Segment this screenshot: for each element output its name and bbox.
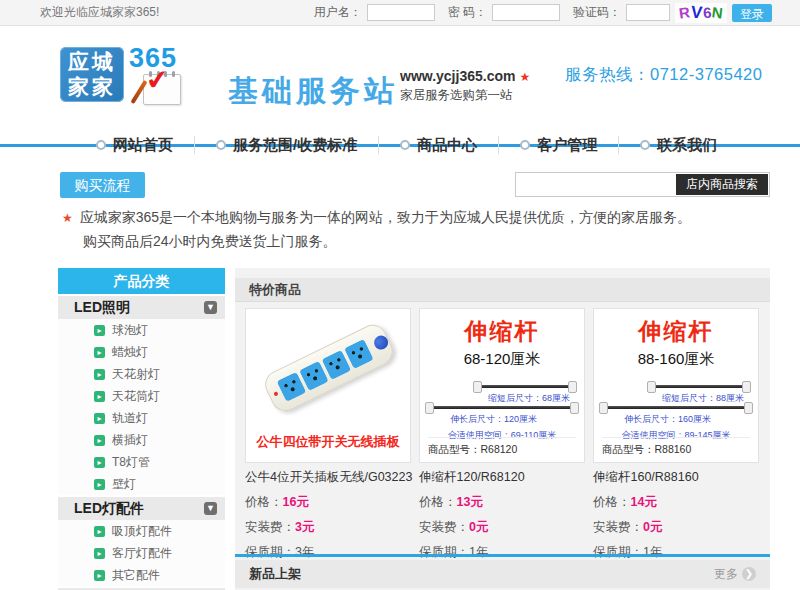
rod-short-image	[480, 385, 570, 388]
search-box: 店内商品搜索	[515, 172, 770, 197]
star-icon: ★	[519, 70, 530, 84]
model-value: R68120	[481, 443, 518, 455]
more-link[interactable]: 更多 ❯	[714, 566, 756, 583]
nav-bullet-icon	[216, 140, 226, 150]
product-name[interactable]: 伸缩杆120/R68120	[419, 469, 585, 486]
product-cards-row: 公牛四位带开关无线插板伸缩杆68-120厘米缩短后尺寸：68厘米伸长后尺寸：12…	[245, 308, 759, 463]
nav-item-3[interactable]: 客户管理	[499, 136, 619, 154]
welcome-text: 欢迎光临应城家家365!	[40, 4, 159, 21]
sidebar-item-label: 吸顶灯配件	[112, 523, 172, 540]
nav-item-0[interactable]: 网站首页	[75, 136, 195, 154]
product-info-0: 公牛4位开关插板无线/G03223价格：16元安装费：3元保质期：3年	[245, 466, 411, 561]
category-sidebar: 产品分类 LED照明▼▸球泡灯▸蜡烛灯▸天花射灯▸天花筒灯▸轨道灯▸横插灯▸T8…	[58, 268, 225, 590]
chevron-down-icon: ▼	[204, 301, 217, 314]
product-name[interactable]: 伸缩杆160/R88160	[593, 469, 759, 486]
product-headline: 伸缩杆	[420, 316, 584, 347]
arrow-right-icon: ▸	[94, 479, 105, 490]
main-nav: 网站首页服务范围/收费标准商品中心客户管理联系我们	[30, 121, 770, 168]
nav-item-4[interactable]: 联系我们	[619, 136, 738, 154]
nav-item-label: 商品中心	[417, 136, 477, 154]
sidebar-item-0-1[interactable]: ▸蜡烛灯	[58, 341, 225, 363]
intro-line1: 应城家家365是一个本地购物与服务为一体的网站，致力于为应城人民提供优质，方便的…	[80, 209, 691, 225]
nav-bullet-icon	[400, 140, 410, 150]
nav-item-1[interactable]: 服务范围/收费标准	[195, 136, 379, 154]
main-content: 特价商品 公牛四位带开关无线插板伸缩杆68-120厘米缩短后尺寸：68厘米伸长后…	[235, 268, 770, 590]
power-strip-image	[260, 320, 397, 416]
password-label: 密 码：	[448, 4, 487, 21]
rod-short-image	[654, 385, 744, 388]
sidebar-item-label: 其它配件	[112, 567, 160, 584]
nav-item-2[interactable]: 商品中心	[379, 136, 499, 154]
sidebar-item-0-6[interactable]: ▸T8灯管	[58, 451, 225, 473]
captcha-char: N	[711, 3, 724, 21]
price-value: 16元	[283, 495, 309, 509]
password-input[interactable]	[492, 4, 560, 21]
sidebar-item-label: T8灯管	[112, 454, 150, 471]
new-arrivals-header: 新品上架 更多 ❯	[235, 560, 770, 588]
nav-item-label: 网站首页	[113, 136, 173, 154]
intro-text: ★应城家家365是一个本地购物与服务为一体的网站，致力于为应城人民提供优质，方便…	[62, 206, 767, 253]
sidebar-item-0-7[interactable]: ▸壁灯	[58, 473, 225, 495]
sidebar-item-0-4[interactable]: ▸轨道灯	[58, 407, 225, 429]
login-button[interactable]: 登录	[732, 4, 772, 22]
site-logo[interactable]: 应城 家家	[60, 47, 124, 102]
sidebar-item-label: 轨道灯	[112, 410, 148, 427]
spec-long: 伸长后尺寸：160厘米	[624, 413, 711, 426]
special-section-title: 特价商品	[249, 281, 301, 299]
switch-button-icon	[372, 333, 391, 352]
top-bar: 欢迎光临应城家家365! 用户名： 密 码： 验证码： RV6N 登录	[0, 0, 800, 26]
section-divider	[235, 554, 770, 557]
sidebar-group-0[interactable]: LED照明▼	[58, 296, 225, 319]
username-input[interactable]	[367, 4, 435, 21]
nav-bullet-icon	[520, 140, 530, 150]
sidebar-item-label: 天花筒灯	[112, 388, 160, 405]
arrow-right-icon: ▸	[94, 457, 105, 468]
calendar-icon: ✔	[143, 74, 181, 105]
sidebar-group-label: LED照明	[74, 299, 130, 317]
price-value: 14元	[631, 495, 657, 509]
captcha-label: 验证码：	[573, 4, 621, 21]
new-arrivals-title: 新品上架	[249, 565, 301, 583]
buy-flow-button[interactable]: 购买流程	[60, 172, 145, 198]
product-image-caption: 公牛四位带开关无线插板	[246, 433, 410, 451]
nav-item-label: 客户管理	[537, 136, 597, 154]
sidebar-group-1[interactable]: LED灯配件▼	[58, 497, 225, 520]
nav-item-label: 服务范围/收费标准	[233, 136, 357, 154]
nav-bullet-icon	[96, 140, 106, 150]
warranty-row: 保质期：3年	[245, 544, 411, 561]
site-title: 基础服务站	[228, 71, 398, 112]
install-row: 安装费：0元	[419, 519, 585, 536]
search-button[interactable]: 店内商品搜索	[676, 174, 768, 195]
warranty-row: 保质期：1年	[593, 544, 759, 561]
sidebar-item-1-1[interactable]: ▸客厅灯配件	[58, 542, 225, 564]
page: 欢迎光临应城家家365! 用户名： 密 码： 验证码： RV6N 登录 应城 家…	[0, 0, 800, 590]
logo-line2: 家家	[68, 75, 116, 100]
sidebar-item-1-0[interactable]: ▸吸顶灯配件	[58, 520, 225, 542]
install-label: 安装费：	[245, 520, 295, 534]
product-card-2[interactable]: 伸缩杆88-160厘米缩短后尺寸：88厘米伸长后尺寸：160厘米合适使用空间：8…	[593, 308, 759, 463]
product-card-0[interactable]: 公牛四位带开关无线插板	[245, 308, 411, 463]
arrow-right-icon: ▸	[94, 413, 105, 424]
search-input[interactable]	[516, 175, 676, 194]
product-size-range: 68-120厘米	[420, 350, 584, 369]
captcha-input[interactable]	[626, 4, 670, 21]
sidebar-item-0-5[interactable]: ▸横插灯	[58, 429, 225, 451]
price-row: 价格：13元	[419, 494, 585, 511]
install-row: 安装费：0元	[593, 519, 759, 536]
sidebar-item-0-3[interactable]: ▸天花筒灯	[58, 385, 225, 407]
intro-line2: 购买商品后24小时内免费送货上门服务。	[62, 230, 767, 253]
product-name[interactable]: 公牛4位开关插板无线/G03223	[245, 469, 411, 486]
captcha-image[interactable]: RV6N	[675, 3, 727, 23]
arrow-right-icon: ▸	[94, 526, 105, 537]
product-card-1[interactable]: 伸缩杆68-120厘米缩短后尺寸：68厘米伸长后尺寸：120厘米合适使用空间：6…	[419, 308, 585, 463]
sidebar-item-label: 球泡灯	[112, 322, 148, 339]
arrow-right-icon: ▸	[94, 325, 105, 336]
arrow-right-icon: ▸	[94, 570, 105, 581]
sidebar-item-0-0[interactable]: ▸球泡灯	[58, 319, 225, 341]
price-row: 价格：14元	[593, 494, 759, 511]
sidebar-item-1-2[interactable]: ▸其它配件	[58, 564, 225, 586]
captcha-char: V	[690, 2, 703, 23]
site-slogan: 家居服务选购第一站	[400, 87, 530, 104]
sidebar-item-0-2[interactable]: ▸天花射灯	[58, 363, 225, 385]
install-row: 安装费：3元	[245, 519, 411, 536]
